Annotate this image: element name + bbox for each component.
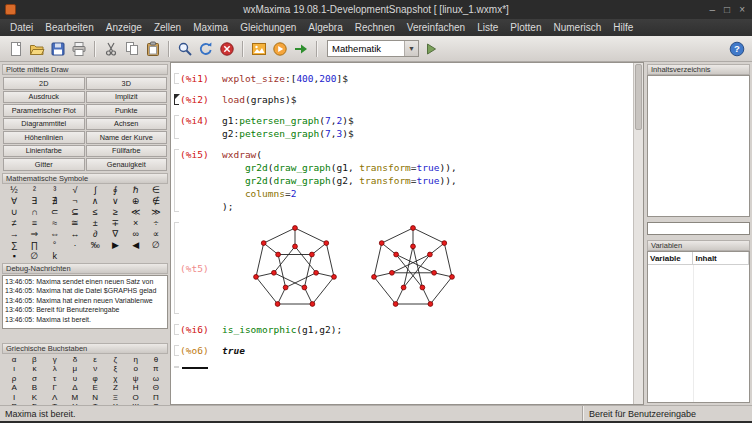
symbol-button[interactable]: ∅ (24, 251, 44, 262)
symbol-button[interactable]: ∈ (146, 185, 166, 196)
insert-cursor[interactable] (182, 367, 208, 369)
symbol-button[interactable]: ∂ (85, 229, 105, 240)
greek-letter-button[interactable]: υ (65, 374, 85, 384)
worksheet-cell[interactable]: (%o6)true (173, 344, 632, 357)
menu-rechnen[interactable]: Rechnen (349, 21, 401, 34)
menu-anzeige[interactable]: Anzeige (100, 21, 148, 34)
minimize-button[interactable]: – (710, 4, 716, 15)
symbol-button[interactable]: → (4, 229, 24, 240)
draw-button-3d[interactable]: 3D (86, 77, 168, 90)
print-icon[interactable] (69, 39, 88, 58)
draw-button-gitter[interactable]: Gitter (3, 158, 85, 171)
symbol-button[interactable]: ÷ (146, 218, 166, 229)
symbol-button[interactable]: ∞ (126, 229, 146, 240)
symbol-button[interactable]: ≫ (146, 207, 166, 218)
cut-icon[interactable] (101, 39, 120, 58)
symbol-button[interactable]: ≠ (4, 218, 24, 229)
greek-letter-button[interactable]: Δ (65, 383, 85, 393)
worksheet-cell[interactable]: (%i4)g1:petersen_graph(7,2)$g2:petersen_… (173, 114, 632, 140)
worksheet-cell[interactable]: (%i2)load(graphs)$ (173, 93, 632, 106)
symbol-button[interactable]: ³ (45, 185, 65, 196)
worksheet-cell[interactable]: (%i5)wxdraw( gr2d(draw_graph(g1, transfo… (173, 148, 632, 213)
draw-button-punkte[interactable]: Punkte (86, 104, 168, 117)
worksheet[interactable]: (%i1)wxplot_size:[400,200]$(%i2)load(gra… (170, 62, 644, 405)
symbol-button[interactable]: ∃ (24, 196, 44, 207)
greek-letter-button[interactable]: Θ (146, 383, 166, 393)
symbol-button[interactable]: ≤ (85, 207, 105, 218)
worksheet-cell[interactable] (173, 365, 632, 369)
draw-button-genauigkeit[interactable]: Genauigkeit (86, 158, 168, 171)
greek-letter-button[interactable]: θ (146, 355, 166, 365)
symbol-button[interactable]: ≪ (126, 207, 146, 218)
help-icon[interactable]: ? (727, 39, 746, 58)
symbol-button[interactable]: ≥ (105, 207, 125, 218)
greek-letter-button[interactable]: Λ (45, 393, 65, 403)
greek-letter-button[interactable]: η (126, 355, 146, 365)
draw-button-f-llfarbe[interactable]: Füllfarbe (86, 145, 168, 158)
follow-icon[interactable] (291, 39, 310, 58)
symbol-button[interactable]: ⊂ (45, 207, 65, 218)
menu-liste[interactable]: Liste (471, 21, 504, 34)
greek-letter-button[interactable]: κ (24, 364, 44, 374)
greek-letter-button[interactable]: μ (65, 364, 85, 374)
cell-bracket[interactable] (173, 148, 180, 213)
cell-bracket[interactable] (173, 344, 180, 357)
menu-datei[interactable]: Datei (4, 21, 39, 34)
save-icon[interactable] (48, 39, 67, 58)
greek-letter-button[interactable]: ν (85, 364, 105, 374)
draw-button-ausdruck[interactable]: Ausdruck (3, 91, 85, 104)
greek-letter-button[interactable]: ε (85, 355, 105, 365)
draw-button-implizit[interactable]: Implizit (86, 91, 168, 104)
symbol-button[interactable]: ⇒ (24, 229, 44, 240)
variables-table[interactable]: VariableInhalt (647, 251, 750, 403)
symbol-button[interactable]: ≡ (24, 218, 44, 229)
symbol-button[interactable]: ½ (4, 185, 24, 196)
symbol-button[interactable]: ∧ (85, 196, 105, 207)
greek-letter-button[interactable]: Ο (126, 393, 146, 403)
cell-bracket[interactable] (173, 114, 180, 140)
open-icon[interactable] (27, 39, 46, 58)
draw-button-achsen[interactable]: Achsen (86, 118, 168, 131)
symbol-button[interactable]: ∀ (4, 196, 24, 207)
symbol-button[interactable]: ∇ (105, 229, 125, 240)
symbol-button[interactable]: ⊕ (126, 196, 146, 207)
greek-letter-button[interactable]: Β (24, 383, 44, 393)
menu-vereinfachen[interactable]: Vereinfachen (401, 21, 471, 34)
greek-letter-button[interactable]: ψ (126, 374, 146, 384)
symbol-button[interactable]: ℏ (126, 185, 146, 196)
evaluate-icon[interactable] (421, 39, 440, 58)
symbol-button[interactable]: √ (65, 185, 85, 196)
greek-letter-button[interactable]: λ (45, 364, 65, 374)
interrupt-icon[interactable] (217, 39, 236, 58)
worksheet-cell[interactable]: (%t5) (173, 221, 632, 315)
draw-button-name-der-kurve[interactable]: Name der Kurve (86, 131, 168, 144)
close-button[interactable]: × (739, 4, 745, 15)
menu-plotten[interactable]: Plotten (504, 21, 547, 34)
paste-icon[interactable] (143, 39, 162, 58)
symbol-button[interactable]: ° (45, 240, 65, 251)
maximize-button[interactable]: □ (724, 4, 730, 15)
worksheet-cell[interactable]: (%i1)wxplot_size:[400,200]$ (173, 72, 632, 85)
symbol-button[interactable]: ∅ (146, 240, 166, 251)
symbol-button[interactable]: ∪ (4, 207, 24, 218)
variables-table-body[interactable] (648, 265, 749, 402)
symbol-button[interactable]: ∓ (105, 218, 125, 229)
greek-letter-button[interactable]: Γ (45, 383, 65, 393)
greek-letter-button[interactable]: φ (85, 374, 105, 384)
new-document-icon[interactable] (6, 39, 25, 58)
cell-bracket[interactable] (173, 323, 180, 336)
animation-icon[interactable] (270, 39, 289, 58)
greek-letter-button[interactable]: ο (126, 364, 146, 374)
symbol-button[interactable]: ≈ (45, 218, 65, 229)
symbol-button[interactable]: ↔ (65, 229, 85, 240)
symbol-button[interactable]: ▶ (105, 240, 125, 251)
draw-button-2d[interactable]: 2D (3, 77, 85, 90)
cell-bracket[interactable] (173, 365, 180, 369)
greek-letter-button[interactable]: α (4, 355, 24, 365)
greek-letter-button[interactable]: ζ (105, 355, 125, 365)
symbol-button[interactable]: ∉ (146, 196, 166, 207)
symbol-button[interactable]: ∑ (4, 240, 24, 251)
greek-letter-button[interactable]: π (146, 364, 166, 374)
greek-letter-button[interactable]: Ν (85, 393, 105, 403)
symbol-button[interactable]: ∝ (146, 229, 166, 240)
